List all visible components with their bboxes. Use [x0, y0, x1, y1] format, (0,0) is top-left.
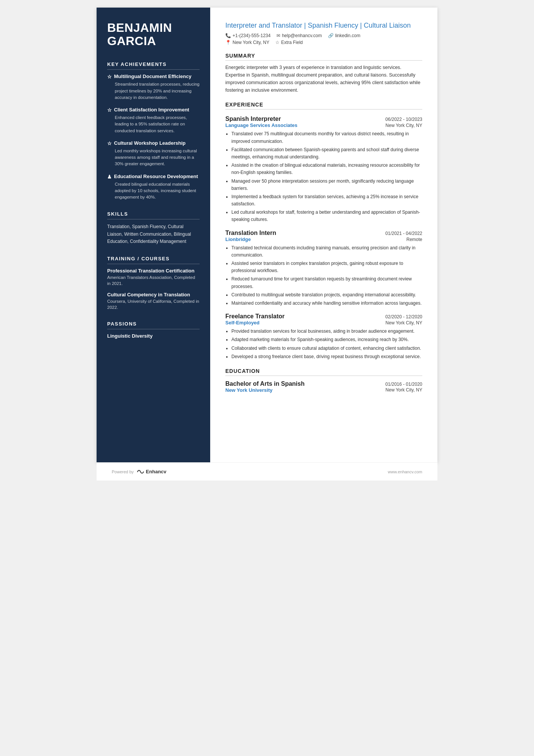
linkedin-contact: 🔗 linkedin.com — [328, 33, 361, 38]
extra-contact: ☆ Extra Field — [275, 40, 303, 45]
job-3: Freelance Translator 02/2020 - 12/2020 S… — [225, 313, 422, 360]
footer: Powered by Enhancv www.enhancv.com — [97, 462, 437, 481]
training-2: Cultural Competency in Translation Cours… — [107, 292, 200, 310]
job-3-location: New York City, NY — [386, 320, 422, 326]
book-icon: ♟ — [107, 174, 112, 180]
bullet: Reduced turnaround time for urgent trans… — [231, 275, 422, 290]
star-icon-3: ☆ — [107, 141, 112, 146]
achievement-4: ♟ Educational Resource Development Creat… — [107, 174, 200, 201]
job-1: Spanish Interpreter 06/2022 - 10/2023 La… — [225, 116, 422, 223]
bullet: Facilitated communication between Spanis… — [231, 146, 422, 161]
job-2-bullets: Translated technical documents including… — [225, 244, 422, 307]
main-content: Interpreter and Translator | Spanish Flu… — [210, 8, 437, 462]
extra-icon: ☆ — [275, 40, 279, 45]
contact-row: 📞 +1-(234)-555-1234 ✉ help@enhancv.com 🔗… — [225, 33, 422, 38]
summary-section-title: SUMMARY — [225, 53, 422, 61]
job-2-location: Remote — [406, 237, 422, 242]
footer-logo: Powered by Enhancv — [112, 469, 166, 474]
star-icon-2: ☆ — [107, 107, 112, 113]
job-2-title: Translation Intern — [225, 230, 276, 236]
achievements-section-title: KEY ACHIEVEMENTS — [107, 61, 200, 70]
achievement-2: ☆ Client Satisfaction Improvement Enhanc… — [107, 107, 200, 134]
bullet: Maintained confidentiality and accuracy … — [231, 300, 422, 307]
location-contact: 📍 New York City, NY — [225, 40, 269, 45]
bullet: Assisted in the creation of bilingual ed… — [231, 162, 422, 176]
job-3-dates: 02/2020 - 12/2020 — [386, 314, 422, 319]
location-row: 📍 New York City, NY ☆ Extra Field — [225, 40, 422, 45]
job-2-company: Lionbridge — [225, 236, 251, 242]
sidebar: BENJAMIN GARCIA KEY ACHIEVEMENTS ☆ Multi… — [97, 8, 210, 462]
training-1: Professional Translation Certification A… — [107, 268, 200, 286]
skills-text: Translation, Spanish Fluency, Cultural L… — [107, 223, 200, 245]
star-icon-1: ☆ — [107, 74, 112, 80]
experience-section-title: EXPERIENCE — [225, 102, 422, 110]
bullet: Translated technical documents including… — [231, 244, 422, 259]
bullet: Developed a strong freelance client base… — [231, 353, 422, 360]
bullet: Assisted senior translators in complex t… — [231, 260, 422, 274]
email-icon: ✉ — [276, 33, 280, 38]
job-1-title: Spanish Interpreter — [225, 116, 281, 122]
bullet: Implemented a feedback system for transl… — [231, 193, 422, 208]
phone-icon: 📞 — [225, 33, 231, 38]
education-section-title: EDUCATION — [225, 368, 422, 376]
job-2-dates: 01/2021 - 04/2022 — [386, 231, 422, 236]
job-3-title: Freelance Translator — [225, 313, 285, 320]
edu-1-location: New York City, NY — [386, 387, 422, 393]
bullet: Adapted marketing materials for Spanish-… — [231, 336, 422, 343]
training-section-title: TRAINING / COURSES — [107, 256, 200, 264]
location-icon: 📍 — [225, 40, 231, 45]
phone-contact: 📞 +1-(234)-555-1234 — [225, 33, 270, 38]
edu-1-degree: Bachelor of Arts in Spanish — [225, 380, 304, 387]
job-2: Translation Intern 01/2021 - 04/2022 Lio… — [225, 230, 422, 307]
bullet: Translated over 75 multilingual document… — [231, 130, 422, 145]
edu-1-dates: 01/2016 - 01/2020 — [386, 382, 422, 387]
candidate-name: BENJAMIN GARCIA — [107, 21, 200, 48]
job-1-company: Language Services Associates — [225, 122, 297, 128]
edu-1-school: New York University — [225, 387, 273, 393]
achievement-1: ☆ Multilingual Document Efficiency Strea… — [107, 74, 200, 101]
job-3-company: Self-Employed — [225, 320, 259, 326]
edu-1: Bachelor of Arts in Spanish 01/2016 - 01… — [225, 380, 422, 393]
email-contact: ✉ help@enhancv.com — [276, 33, 322, 38]
passions-section-title: PASSIONS — [107, 321, 200, 329]
job-3-bullets: Provided translation services for local … — [225, 328, 422, 360]
bullet: Managed over 50 phone interpretation ses… — [231, 178, 422, 192]
bullet: Collaborated with clients to ensure cult… — [231, 345, 422, 352]
passion-item: Linguistic Diversity — [107, 333, 200, 339]
skills-section-title: SKILLS — [107, 211, 200, 219]
job-title: Interpreter and Translator | Spanish Flu… — [225, 21, 422, 30]
linkedin-icon: 🔗 — [328, 33, 334, 38]
bullet: Provided translation services for local … — [231, 328, 422, 335]
job-1-dates: 06/2022 - 10/2023 — [386, 117, 422, 122]
achievement-3: ☆ Cultural Workshop Leadership Led month… — [107, 140, 200, 167]
summary-text: Energetic interpreter with 3 years of ex… — [225, 64, 422, 94]
job-1-location: New York City, NY — [386, 123, 422, 128]
enhancv-brand: Enhancv — [137, 469, 166, 474]
job-1-bullets: Translated over 75 multilingual document… — [225, 130, 422, 223]
bullet: Contributed to multilingual website tran… — [231, 291, 422, 299]
bullet: Led cultural workshops for staff, foster… — [231, 209, 422, 223]
